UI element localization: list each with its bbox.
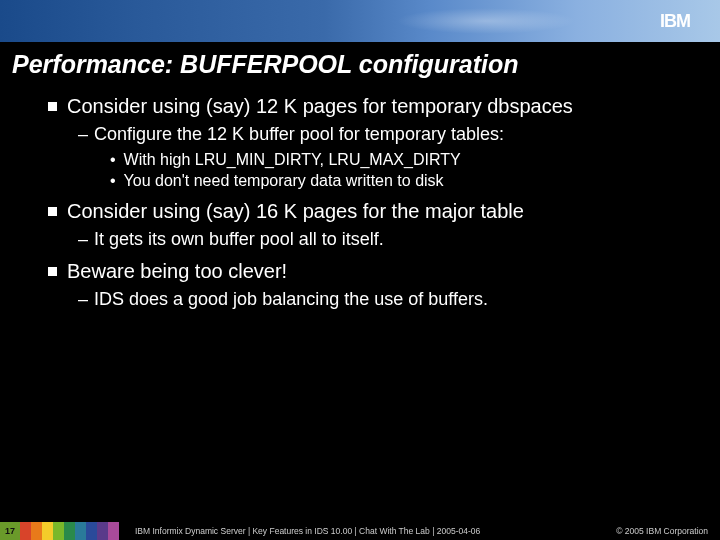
color-swatch — [97, 522, 108, 540]
sub-text: Configure the 12 K buffer pool for tempo… — [94, 124, 504, 145]
bullet-main-1: Consider using (say) 12 K pages for temp… — [48, 95, 700, 118]
dash-icon: – — [78, 289, 88, 310]
slide-title: Performance: BUFFERPOOL configuration — [0, 42, 720, 85]
square-bullet-icon — [48, 102, 57, 111]
bullet-dot-1-1: • With high LRU_MIN_DIRTY, LRU_MAX_DIRTY — [110, 151, 700, 169]
dot-icon: • — [110, 151, 116, 169]
color-swatch — [20, 522, 31, 540]
color-swatch — [108, 522, 119, 540]
bullet-sub-1-1: – Configure the 12 K buffer pool for tem… — [78, 124, 700, 145]
bullet-main-3: Beware being too clever! — [48, 260, 700, 283]
color-swatch — [75, 522, 86, 540]
top-banner: IBM — [0, 0, 720, 42]
color-swatch — [53, 522, 64, 540]
dot-text: With high LRU_MIN_DIRTY, LRU_MAX_DIRTY — [124, 151, 461, 169]
bullet-main-2: Consider using (say) 16 K pages for the … — [48, 200, 700, 223]
color-swatch — [31, 522, 42, 540]
square-bullet-icon — [48, 207, 57, 216]
sub-text: It gets its own buffer pool all to itsel… — [94, 229, 384, 250]
color-swatch — [86, 522, 97, 540]
dot-text: You don't need temporary data written to… — [124, 172, 444, 190]
color-swatch — [42, 522, 53, 540]
dash-icon: – — [78, 124, 88, 145]
footer-center-text: IBM Informix Dynamic Server | Key Featur… — [135, 526, 616, 536]
ibm-logo: IBM — [660, 11, 690, 32]
page-number: 17 — [0, 522, 20, 540]
bullet-text: Beware being too clever! — [67, 260, 287, 283]
dash-icon: – — [78, 229, 88, 250]
bullet-sub-2-1: – It gets its own buffer pool all to its… — [78, 229, 700, 250]
footer: 17 IBM Informix Dynamic Server | Key Fea… — [0, 522, 720, 540]
footer-copyright: © 2005 IBM Corporation — [616, 526, 708, 536]
bullet-text: Consider using (say) 12 K pages for temp… — [67, 95, 573, 118]
color-swatch — [64, 522, 75, 540]
bullet-dot-1-2: • You don't need temporary data written … — [110, 172, 700, 190]
sub-text: IDS does a good job balancing the use of… — [94, 289, 488, 310]
bullet-text: Consider using (say) 16 K pages for the … — [67, 200, 524, 223]
color-strip — [20, 522, 119, 540]
square-bullet-icon — [48, 267, 57, 276]
content-body: Consider using (say) 12 K pages for temp… — [0, 85, 720, 310]
bullet-sub-3-1: – IDS does a good job balancing the use … — [78, 289, 700, 310]
dot-icon: • — [110, 172, 116, 190]
